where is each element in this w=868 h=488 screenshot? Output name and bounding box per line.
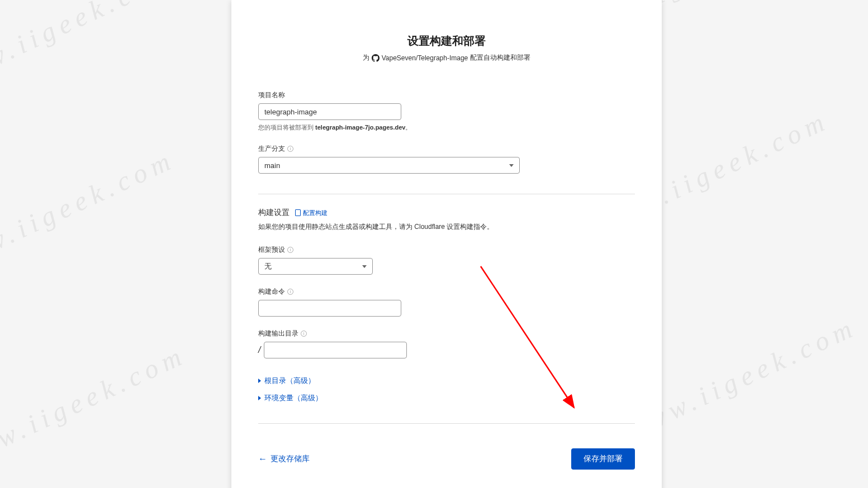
- hint-domain: telegraph-image-7jo.pages.dev: [315, 124, 405, 131]
- advanced-options: 根目录（高级） 环境变量（高级）: [258, 375, 635, 403]
- env-vars-expand[interactable]: 环境变量（高级）: [258, 393, 322, 403]
- page-title: 设置构建和部署: [258, 34, 635, 49]
- production-branch-select[interactable]: main: [258, 157, 520, 174]
- build-settings-title: 构建设置: [258, 208, 290, 218]
- framework-preset-select[interactable]: 无: [258, 258, 373, 275]
- production-branch-label: 生产分支 i: [258, 144, 635, 154]
- production-branch-field: 生产分支 i main: [258, 144, 635, 174]
- framework-preset-field: 框架预设 i 无: [258, 245, 635, 275]
- hint-prefix: 您的项目将被部署到: [258, 124, 315, 131]
- build-settings-desc: 如果您的项目使用静态站点生成器或构建工具，请为 Cloudflare 设置构建指…: [258, 222, 635, 232]
- info-icon[interactable]: i: [287, 146, 293, 152]
- chevron-right-icon: [258, 396, 261, 400]
- label-text: 生产分支: [258, 144, 285, 154]
- build-output-label: 构建输出目录 i: [258, 329, 635, 338]
- build-settings-header: 构建设置 配置构建: [258, 208, 635, 218]
- label-text: 框架预设: [258, 245, 285, 255]
- info-icon[interactable]: i: [301, 331, 307, 337]
- configure-build-link[interactable]: 配置构建: [295, 209, 328, 217]
- back-text: 更改存储库: [271, 454, 310, 464]
- arrow-left-icon: ←: [258, 454, 267, 463]
- path-prefix: /: [258, 345, 260, 355]
- build-command-label: 构建命令 i: [258, 287, 635, 296]
- project-name-label: 项目名称: [258, 90, 635, 100]
- change-repo-link[interactable]: ← 更改存储库: [258, 454, 310, 464]
- build-command-input[interactable]: [258, 300, 401, 317]
- build-output-input[interactable]: [264, 342, 407, 358]
- subtitle-prefix: 为: [363, 53, 369, 63]
- doc-icon: [295, 209, 301, 216]
- page-subtitle: 为 VapeSeven/Telegraph-Image 配置自动构建和部署: [363, 53, 531, 63]
- project-name-input[interactable]: [258, 103, 401, 120]
- label-text: 构建命令: [258, 287, 285, 296]
- info-icon[interactable]: i: [287, 289, 293, 295]
- build-command-field: 构建命令 i: [258, 287, 635, 317]
- project-name-hint: 您的项目将被部署到 telegraph-image-7jo.pages.dev。: [258, 123, 635, 132]
- select-value: main: [264, 161, 280, 170]
- expand-label: 根目录（高级）: [264, 376, 315, 386]
- expand-label: 环境变量（高级）: [264, 393, 322, 403]
- root-dir-expand[interactable]: 根目录（高级）: [258, 376, 315, 386]
- card-header: 设置构建和部署 为 VapeSeven/Telegraph-Image 配置自动…: [258, 34, 635, 63]
- label-text: 构建输出目录: [258, 329, 298, 338]
- chevron-down-icon: [509, 164, 514, 167]
- save-deploy-button[interactable]: 保存并部署: [571, 448, 635, 470]
- docs-link-text: 配置构建: [303, 209, 328, 217]
- settings-card: 设置构建和部署 为 VapeSeven/Telegraph-Image 配置自动…: [231, 0, 662, 488]
- divider: [258, 423, 635, 424]
- watermark-text: www.iigeek.com: [0, 339, 191, 473]
- repo-name: VapeSeven/Telegraph-Image: [382, 54, 468, 62]
- chevron-right-icon: [258, 379, 261, 383]
- select-value: 无: [264, 261, 272, 271]
- card-footer: ← 更改存储库 保存并部署: [258, 437, 635, 470]
- chevron-down-icon: [362, 265, 367, 268]
- watermark-text: www.iigeek.com: [0, 143, 180, 278]
- hint-suffix: 。: [405, 124, 411, 131]
- divider: [258, 194, 635, 194]
- subtitle-suffix: 配置自动构建和部署: [470, 53, 530, 63]
- project-name-field: 项目名称 您的项目将被部署到 telegraph-image-7jo.pages…: [258, 90, 635, 132]
- watermark-text: www.iigeek.com: [0, 0, 180, 94]
- github-icon: [372, 54, 380, 62]
- build-output-field: 构建输出目录 i /: [258, 329, 635, 358]
- framework-preset-label: 框架预设 i: [258, 245, 635, 255]
- info-icon[interactable]: i: [287, 247, 293, 253]
